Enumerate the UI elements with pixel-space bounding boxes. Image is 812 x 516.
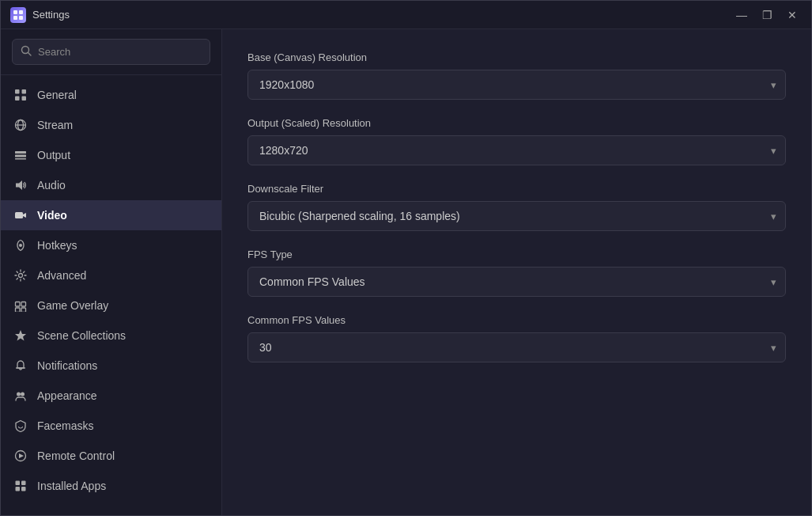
- output-resolution-group: Output (Scaled) Resolution 1280x720 1920…: [247, 117, 786, 165]
- game-overlay-label: Game Overlay: [37, 299, 108, 312]
- output-resolution-select[interactable]: 1280x720 1920x1080 854x480 640x360: [247, 135, 786, 165]
- sidebar-item-video[interactable]: Video: [1, 200, 221, 230]
- svg-rect-17: [15, 212, 23, 218]
- sidebar-item-notifications[interactable]: Notifications: [1, 351, 221, 381]
- svg-rect-21: [16, 302, 21, 307]
- hotkeys-icon: [13, 238, 28, 252]
- common-fps-wrapper: 24 25 29.97 30 48 60 ▾: [247, 332, 786, 362]
- stream-label: Stream: [37, 119, 73, 131]
- main-panel: Base (Canvas) Resolution 1920x1080 1280x…: [222, 29, 811, 515]
- advanced-label: Advanced: [37, 269, 86, 282]
- base-resolution-group: Base (Canvas) Resolution 1920x1080 1280x…: [247, 51, 786, 100]
- downscale-filter-select[interactable]: Bicubic (Sharpened scaling, 16 samples) …: [247, 201, 786, 231]
- minimize-button[interactable]: —: [732, 6, 751, 25]
- svg-marker-18: [23, 213, 26, 218]
- svg-rect-23: [16, 308, 21, 312]
- common-fps-select[interactable]: 24 25 29.97 30 48 60: [247, 332, 786, 362]
- svg-rect-8: [15, 97, 20, 101]
- audio-label: Audio: [37, 179, 66, 192]
- svg-rect-9: [22, 97, 27, 101]
- downscale-filter-wrapper: Bicubic (Sharpened scaling, 16 samples) …: [247, 201, 786, 231]
- output-resolution-wrapper: 1280x720 1920x1080 854x480 640x360 ▾: [247, 135, 786, 165]
- remote-control-icon: [13, 449, 28, 463]
- svg-rect-13: [15, 151, 26, 154]
- svg-rect-32: [21, 481, 26, 486]
- general-label: General: [37, 89, 77, 101]
- svg-point-28: [21, 393, 25, 396]
- svg-rect-24: [21, 308, 26, 312]
- nav-list: General Stream: [1, 75, 221, 515]
- base-resolution-label: Base (Canvas) Resolution: [247, 51, 786, 63]
- search-container: [1, 29, 221, 75]
- svg-rect-31: [16, 481, 21, 486]
- base-resolution-wrapper: 1920x1080 1280x720 2560x1440 3840x2160 ▾: [247, 70, 786, 100]
- close-button[interactable]: ✕: [783, 6, 802, 25]
- svg-rect-34: [21, 487, 26, 491]
- facemasks-label: Facemasks: [37, 419, 94, 432]
- window-controls: — ❐ ✕: [732, 6, 802, 25]
- svg-rect-7: [22, 89, 27, 94]
- svg-rect-3: [19, 16, 23, 20]
- sidebar-item-hotkeys[interactable]: Hotkeys: [1, 230, 221, 260]
- downscale-filter-group: Downscale Filter Bicubic (Sharpened scal…: [247, 183, 786, 231]
- svg-line-5: [28, 53, 32, 56]
- svg-rect-1: [19, 10, 23, 14]
- svg-rect-22: [21, 302, 26, 307]
- fps-type-group: FPS Type Common FPS Values Integer FPS V…: [247, 249, 786, 297]
- window-title: Settings: [32, 9, 732, 21]
- sidebar-item-advanced[interactable]: Advanced: [1, 260, 221, 290]
- sidebar-item-facemasks[interactable]: Facemasks: [1, 411, 221, 441]
- facemasks-icon: [13, 419, 28, 433]
- installed-apps-icon: [13, 479, 28, 493]
- svg-marker-30: [19, 453, 24, 458]
- installed-apps-label: Installed Apps: [37, 480, 106, 492]
- sidebar-item-audio[interactable]: Audio: [1, 170, 221, 200]
- app-icon: [10, 7, 26, 23]
- svg-marker-16: [16, 180, 22, 190]
- common-fps-group: Common FPS Values 24 25 29.97 30 48 60 ▾: [247, 314, 786, 362]
- sidebar-item-installed-apps[interactable]: Installed Apps: [1, 471, 221, 501]
- hotkeys-label: Hotkeys: [37, 239, 77, 252]
- appearance-icon: [13, 389, 28, 403]
- sidebar-item-appearance[interactable]: Appearance: [1, 381, 221, 411]
- general-icon: [13, 88, 28, 102]
- scene-collections-icon: [13, 328, 28, 343]
- game-overlay-icon: [13, 298, 28, 313]
- sidebar: General Stream: [1, 29, 222, 515]
- appearance-label: Appearance: [37, 389, 97, 402]
- output-icon: [13, 148, 28, 162]
- settings-window: Settings — ❐ ✕: [0, 0, 812, 516]
- fps-type-label: FPS Type: [247, 249, 786, 260]
- base-resolution-select[interactable]: 1920x1080 1280x720 2560x1440 3840x2160: [247, 70, 786, 100]
- maximize-button[interactable]: ❐: [757, 6, 776, 25]
- stream-icon: [13, 118, 28, 132]
- remote-control-label: Remote Control: [37, 450, 115, 462]
- advanced-icon: [13, 268, 28, 283]
- scene-collections-label: Scene Collections: [37, 329, 126, 342]
- sidebar-item-general[interactable]: General: [1, 80, 221, 110]
- svg-point-27: [17, 393, 21, 396]
- svg-point-19: [19, 244, 22, 247]
- sidebar-item-game-overlay[interactable]: Game Overlay: [1, 290, 221, 321]
- fps-type-wrapper: Common FPS Values Integer FPS Value Frac…: [247, 267, 786, 297]
- search-icon: [21, 45, 32, 59]
- output-label: Output: [37, 149, 70, 161]
- svg-rect-6: [15, 89, 20, 94]
- video-icon: [13, 208, 28, 222]
- sidebar-item-scene-collections[interactable]: Scene Collections: [1, 321, 221, 351]
- search-box: [12, 39, 210, 65]
- svg-rect-33: [16, 487, 21, 491]
- sidebar-item-stream[interactable]: Stream: [1, 110, 221, 140]
- common-fps-label: Common FPS Values: [247, 314, 786, 326]
- titlebar: Settings — ❐ ✕: [1, 1, 811, 29]
- sidebar-item-remote-control[interactable]: Remote Control: [1, 441, 221, 471]
- svg-point-20: [19, 274, 23, 278]
- audio-icon: [13, 178, 28, 192]
- downscale-filter-label: Downscale Filter: [247, 183, 786, 195]
- svg-marker-25: [15, 330, 26, 341]
- sidebar-item-output[interactable]: Output: [1, 140, 221, 170]
- search-input[interactable]: [38, 46, 202, 58]
- svg-rect-0: [13, 10, 17, 14]
- output-resolution-label: Output (Scaled) Resolution: [247, 117, 786, 129]
- fps-type-select[interactable]: Common FPS Values Integer FPS Value Frac…: [247, 267, 786, 297]
